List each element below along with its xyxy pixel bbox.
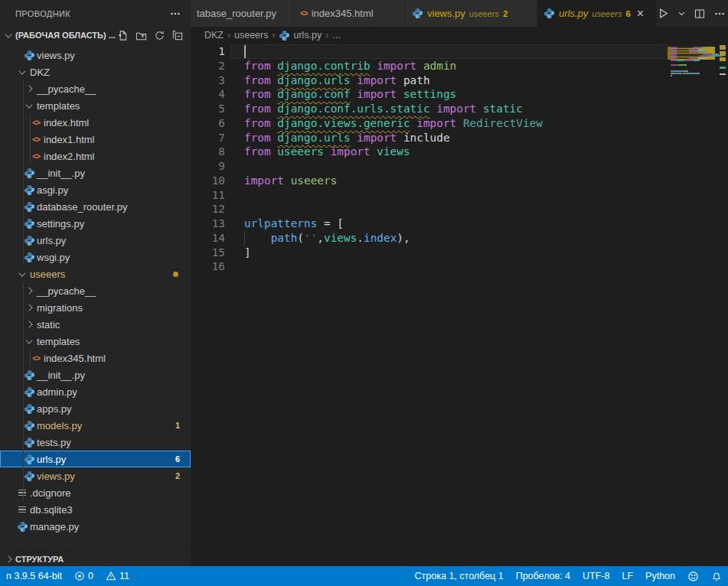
status-item-LF[interactable]: LF: [615, 566, 639, 586]
line-number[interactable]: 13: [191, 216, 225, 231]
line-number[interactable]: 5: [191, 102, 225, 116]
code-line-14[interactable]: path('',views.index),: [244, 231, 665, 246]
chevron-down-icon[interactable]: [677, 9, 686, 18]
python-icon: [22, 452, 36, 466]
split-editor-icon[interactable]: [694, 8, 706, 20]
status-item[interactable]: [681, 566, 705, 586]
code-line-1[interactable]: [244, 44, 665, 59]
tree-item-settings.py[interactable]: settings.py: [0, 215, 191, 232]
tab-index345.html[interactable]: <> index345.html: [294, 0, 406, 27]
line-number[interactable]: 15: [191, 246, 225, 260]
tree-item-DKZ[interactable]: DKZ: [0, 63, 191, 80]
run-icon[interactable]: [657, 7, 670, 20]
collapse-all-icon[interactable]: [171, 28, 184, 42]
close-icon[interactable]: ×: [637, 8, 644, 20]
breadcrumb-item-urls.py[interactable]: urls.py: [279, 30, 322, 41]
tree-item-apps.py[interactable]: apps.py: [0, 400, 191, 417]
code-line-8[interactable]: from useeers import views: [244, 145, 665, 159]
line-number[interactable]: 12: [191, 202, 225, 216]
breadcrumb-item-DKZ[interactable]: DKZ: [204, 30, 224, 41]
line-number[interactable]: 14: [191, 231, 225, 246]
line-number[interactable]: 9: [191, 159, 225, 174]
status-item-Пробелов: 4[interactable]: Пробелов: 4: [510, 566, 576, 586]
code-line-2[interactable]: from django.contrib import admin: [244, 59, 665, 73]
line-number[interactable]: 3: [191, 73, 225, 88]
python-icon: [22, 250, 36, 264]
code-lines[interactable]: from django.contrib import adminfrom dja…: [244, 44, 665, 274]
tree-item-db.sqlite3[interactable]: db.sqlite3: [0, 501, 191, 518]
line-number[interactable]: 16: [191, 259, 225, 274]
line-number[interactable]: 6: [191, 116, 225, 131]
new-folder-icon[interactable]: [134, 28, 148, 42]
more-icon[interactable]: [169, 8, 181, 20]
line-number[interactable]: 2: [191, 59, 225, 73]
code-line-11[interactable]: [244, 188, 665, 203]
indent-guide: [30, 114, 31, 164]
line-number[interactable]: 1: [191, 44, 225, 59]
code-line-12[interactable]: [244, 202, 665, 216]
tree-item-__init__.py[interactable]: __init__.py: [0, 164, 191, 181]
status-item-UTF-8[interactable]: UTF-8: [576, 566, 615, 586]
tree-item-tests.py[interactable]: tests.py: [0, 434, 191, 451]
tree-item-index345.html[interactable]: <>index345.html: [0, 350, 191, 366]
new-file-icon[interactable]: [116, 28, 129, 42]
config-icon: [15, 486, 29, 500]
code-editor[interactable]: 12345678910111213141516 from django.cont…: [191, 44, 728, 566]
status-item-0[interactable]: 0: [68, 566, 100, 586]
more-icon[interactable]: [713, 8, 726, 20]
line-number[interactable]: 4: [191, 87, 225, 102]
code-line-9[interactable]: [244, 159, 665, 174]
tree-item-index1.html[interactable]: <>index1.html: [0, 131, 191, 148]
tree-item-static[interactable]: static: [0, 316, 191, 333]
status-item-11[interactable]: 11: [100, 566, 135, 586]
status-item[interactable]: [705, 566, 728, 586]
tree-item-migrations[interactable]: migrations: [0, 299, 191, 316]
status-item-n 3.9.5 64-bit[interactable]: n 3.9.5 64-bit: [0, 566, 68, 586]
tree-item-wsgi.py[interactable]: wsgi.py: [0, 249, 191, 265]
tree-item-admin.py[interactable]: admin.py: [0, 383, 191, 400]
code-line-13[interactable]: urlpatterns = [: [244, 216, 665, 231]
tree-item-views.py[interactable]: views.py2: [0, 467, 191, 484]
tree-item-views.py[interactable]: views.py: [0, 47, 191, 63]
code-line-16[interactable]: [244, 259, 665, 274]
tree-item-index2.html[interactable]: <>index2.html: [0, 148, 191, 164]
tab-urls.py[interactable]: urls.py useeers 6 ×: [537, 0, 657, 27]
tree-item-manage.py[interactable]: manage.py: [0, 518, 191, 535]
workspace-section-header[interactable]: (РАБОЧАЯ ОБЛАСТЬ) ...: [0, 27, 191, 44]
tree-item-urls.py[interactable]: urls.py: [0, 232, 191, 249]
status-item-Строка 1, столбец 1[interactable]: Строка 1, столбец 1: [409, 566, 510, 586]
tree-item-useeers[interactable]: useeers: [0, 265, 191, 282]
tree-item-database_roouter.py[interactable]: database_roouter.py: [0, 198, 191, 215]
code-line-3[interactable]: from django.urls import path: [244, 73, 665, 88]
tree-item-index.html[interactable]: <>index.html: [0, 114, 191, 131]
code-line-10[interactable]: import useeers: [244, 174, 665, 188]
tree-item-asgi.py[interactable]: asgi.py: [0, 181, 191, 198]
code-line-4[interactable]: from django.conf import settings: [244, 87, 665, 102]
minimap[interactable]: [668, 44, 715, 79]
breadcrumb-item-useeers[interactable]: useeers: [234, 30, 268, 41]
tree-item-__init__.py[interactable]: __init__.py: [0, 366, 191, 383]
tree-item-__pycache__[interactable]: __pycache__: [0, 282, 191, 299]
tab-tabase_roouter.py[interactable]: tabase_roouter.py: [191, 0, 294, 27]
breadcrumb: DKZ› useeers› urls.py› ...: [191, 27, 728, 44]
tree-item-models.py[interactable]: models.py1: [0, 417, 191, 434]
tree-item-.dcignore[interactable]: .dcignore: [0, 484, 191, 501]
code-line-6[interactable]: from django.views.generic import Redirec…: [244, 116, 665, 131]
line-number[interactable]: 11: [191, 188, 225, 203]
status-item-Python[interactable]: Python: [639, 566, 681, 586]
code-line-7[interactable]: from django.urls import include: [244, 131, 665, 145]
outline-section-header[interactable]: СТРУКТУРА: [0, 552, 191, 566]
tree-item-templates[interactable]: templates: [0, 333, 191, 350]
tab-views.py[interactable]: views.py useeers 2: [406, 0, 537, 27]
tree-item-__pycache__[interactable]: __pycache__: [0, 80, 191, 97]
line-numbers-gutter[interactable]: 12345678910111213141516: [191, 44, 225, 274]
code-line-15[interactable]: ]: [244, 246, 665, 260]
tree-item-urls.py[interactable]: urls.py6: [0, 451, 191, 467]
refresh-icon[interactable]: [152, 28, 166, 42]
line-number[interactable]: 8: [191, 145, 225, 159]
tree-item-templates[interactable]: templates: [0, 97, 191, 114]
line-number[interactable]: 10: [191, 174, 225, 188]
breadcrumb-item-...[interactable]: ...: [332, 30, 340, 41]
line-number[interactable]: 7: [191, 131, 225, 145]
code-line-5[interactable]: from django.conf.urls.static import stat…: [244, 102, 665, 116]
